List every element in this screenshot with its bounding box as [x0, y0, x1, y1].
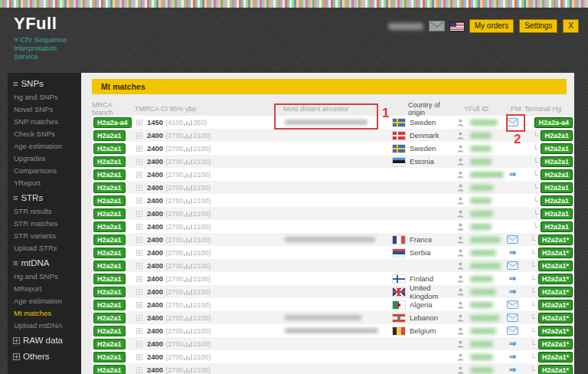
- mrca-branch-badge[interactable]: H2a2a1: [93, 274, 126, 284]
- sidebar-item-upgrades[interactable]: Upgrades: [8, 153, 81, 165]
- sidebar-item-hg-and-snps[interactable]: Hg and SNPs: [8, 271, 81, 283]
- envelope-icon[interactable]: [507, 235, 518, 244]
- envelope-icon[interactable]: [507, 261, 518, 270]
- mrca-branch-badge[interactable]: H2a2a1: [93, 208, 126, 219]
- yfull-id-redacted[interactable]: [470, 146, 492, 152]
- compare-arrow-icon[interactable]: ⇒: [509, 287, 516, 296]
- my-orders-button[interactable]: My orders: [469, 19, 514, 33]
- mrca-branch-badge[interactable]: H2a2a1: [93, 130, 126, 141]
- mrca-branch-badge[interactable]: H2a2a1: [93, 287, 126, 297]
- expand-age-icon[interactable]: [136, 146, 142, 152]
- yfull-id-redacted[interactable]: [470, 211, 493, 217]
- terminal-hg-badge[interactable]: H2a2a1*: [538, 313, 573, 323]
- yfull-id-redacted[interactable]: [470, 367, 493, 373]
- expand-age-icon[interactable]: [136, 302, 142, 308]
- mrca-branch-badge[interactable]: H2a2a-a4: [93, 117, 132, 128]
- sidebar-item-age-estimation[interactable]: Age estimation: [8, 295, 81, 307]
- mrca-branch-badge[interactable]: H2a2a1: [93, 261, 126, 271]
- expand-age-icon[interactable]: [136, 224, 142, 230]
- sidebar-item-mreport[interactable]: MReport: [8, 283, 81, 295]
- expand-age-icon[interactable]: [136, 328, 142, 334]
- expand-age-icon[interactable]: [136, 211, 142, 217]
- expand-age-icon[interactable]: [136, 289, 142, 295]
- yfull-id-redacted[interactable]: [470, 289, 496, 295]
- compare-arrow-icon[interactable]: ⇒: [509, 353, 516, 361]
- sidebar-item-check-snps[interactable]: Check SNPs: [8, 128, 81, 140]
- terminal-hg-badge[interactable]: H2a2a1: [541, 156, 573, 167]
- mrca-branch-badge[interactable]: H2a2a1: [93, 169, 126, 180]
- yfull-id-redacted[interactable]: [470, 341, 493, 347]
- sidebar-section-mtdna[interactable]: ≡mtDNA: [8, 254, 81, 271]
- envelope-icon[interactable]: [507, 313, 518, 322]
- expand-age-icon[interactable]: [136, 237, 142, 243]
- expand-age-icon[interactable]: [136, 367, 142, 373]
- mrca-branch-badge[interactable]: H2a2a1: [93, 195, 126, 206]
- terminal-hg-badge[interactable]: H2a2a1*: [538, 365, 573, 374]
- envelope-icon[interactable]: [507, 326, 518, 335]
- sidebar-section-raw-data[interactable]: RAW data: [8, 332, 81, 348]
- us-flag-icon[interactable]: [450, 22, 464, 31]
- terminal-hg-badge[interactable]: H2a2a1*: [538, 300, 573, 310]
- yfull-id-redacted[interactable]: [470, 133, 492, 139]
- sidebar-item-str-results[interactable]: STR results: [8, 205, 81, 218]
- expand-age-icon[interactable]: [136, 250, 142, 256]
- mrca-branch-badge[interactable]: H2a2a1: [93, 365, 126, 374]
- yfull-id-redacted[interactable]: [470, 263, 501, 269]
- terminal-hg-badge[interactable]: H2a2a1*: [538, 235, 573, 245]
- sidebar-item-hg-and-snps[interactable]: Hg and SNPs: [8, 91, 81, 103]
- yfull-id-redacted[interactable]: [470, 315, 499, 321]
- expand-age-icon[interactable]: [136, 354, 142, 360]
- expand-age-icon[interactable]: [136, 172, 142, 178]
- expand-age-icon[interactable]: [136, 263, 142, 269]
- envelope-icon[interactable]: [507, 300, 518, 309]
- terminal-hg-badge[interactable]: H2a2a1: [541, 130, 573, 141]
- expand-age-icon[interactable]: [136, 341, 142, 347]
- yfull-id-redacted[interactable]: [470, 302, 493, 308]
- sidebar-section-strs[interactable]: ≡STRs: [8, 189, 81, 205]
- sidebar-item-mt-matches[interactable]: Mt matches: [8, 307, 81, 320]
- compare-arrow-icon[interactable]: ⇒: [509, 340, 516, 348]
- terminal-hg-badge[interactable]: H2a2a1*: [538, 261, 573, 271]
- terminal-hg-badge[interactable]: H2a2a1: [541, 169, 573, 180]
- mrca-branch-badge[interactable]: H2a2a1: [93, 235, 126, 245]
- terminal-hg-badge[interactable]: H2a2a-a4: [534, 117, 573, 128]
- yfull-id-redacted[interactable]: [470, 159, 492, 165]
- sidebar-section-snps[interactable]: ≡SNPs: [8, 75, 81, 91]
- sidebar-item-upload-mtdna[interactable]: Upload mtDNA: [8, 320, 81, 332]
- expand-age-icon[interactable]: [136, 120, 142, 126]
- terminal-hg-badge[interactable]: H2a2a1: [541, 182, 573, 193]
- terminal-hg-badge[interactable]: H2a2a1: [541, 195, 573, 206]
- envelope-icon[interactable]: [507, 118, 518, 126]
- terminal-hg-badge[interactable]: H2a2a1*: [538, 339, 573, 349]
- terminal-hg-badge[interactable]: H2a2a1*: [538, 248, 573, 258]
- yfull-id-redacted[interactable]: [470, 354, 493, 360]
- terminal-hg-badge[interactable]: H2a2a1: [541, 208, 573, 219]
- sidebar-item-str-variants[interactable]: STR variants: [8, 230, 81, 242]
- sidebar-item-upload-strs[interactable]: Upload STRs: [8, 242, 81, 254]
- yfull-id-redacted[interactable]: [470, 250, 496, 256]
- terminal-hg-badge[interactable]: H2a2a1*: [538, 352, 573, 363]
- settings-button[interactable]: Settings: [519, 19, 557, 33]
- yfull-id-redacted[interactable]: [470, 224, 492, 230]
- brand-logo[interactable]: YFull: [14, 14, 57, 34]
- mrca-branch-badge[interactable]: H2a2a1: [93, 182, 126, 193]
- mrca-branch-badge[interactable]: H2a2a1: [93, 352, 126, 363]
- mrca-branch-badge[interactable]: H2a2a1: [93, 221, 126, 232]
- yfull-id-redacted[interactable]: [470, 198, 492, 204]
- mail-icon[interactable]: [429, 21, 445, 31]
- compare-arrow-icon[interactable]: ⇒: [509, 274, 516, 283]
- mrca-branch-badge[interactable]: H2a2a1: [93, 339, 126, 349]
- sidebar-item-str-matches[interactable]: STR matches: [8, 218, 81, 230]
- mrca-branch-badge[interactable]: H2a2a1: [93, 248, 126, 258]
- terminal-hg-badge[interactable]: H2a2a1*: [538, 287, 573, 297]
- expand-age-icon[interactable]: [136, 159, 142, 165]
- sidebar-item-yreport[interactable]: YReport: [8, 177, 81, 189]
- mrca-branch-badge[interactable]: H2a2a1: [93, 143, 126, 154]
- compare-arrow-icon[interactable]: ⇒: [509, 170, 516, 179]
- expand-age-icon[interactable]: [136, 315, 142, 321]
- yfull-id-redacted[interactable]: [470, 185, 493, 191]
- expand-age-icon[interactable]: [136, 185, 142, 191]
- terminal-hg-badge[interactable]: H2a2a1: [541, 221, 573, 232]
- yfull-id-redacted[interactable]: [470, 172, 504, 178]
- expand-age-icon[interactable]: [136, 198, 142, 204]
